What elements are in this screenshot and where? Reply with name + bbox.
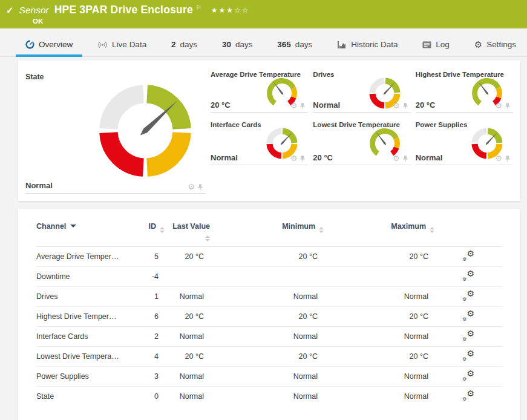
channel-row-drives: Drives1NormalNormalNormal⚙⚙ [36, 287, 502, 307]
cell-maximum: 20 °C [324, 347, 434, 367]
tab-2-days[interactable]: 2days [162, 36, 207, 57]
col-label: ID [149, 222, 157, 231]
tab-number: 30 [222, 40, 231, 49]
channel-settings-button[interactable]: ⚙⚙ [462, 251, 474, 261]
cell-id: -4 [139, 267, 165, 287]
page-title: HPE 3PAR Drive Enclosure [54, 4, 193, 16]
cell-minimum: Normal [210, 367, 324, 387]
cell-channel: Power Supplies [36, 367, 139, 387]
small-gear-icon: ⚙ [462, 377, 466, 382]
cell-minimum [210, 267, 324, 287]
cell-last-value: 20 °C [165, 347, 210, 367]
cell-last-value: Normal [165, 327, 210, 347]
col-header-last-value[interactable]: Last Value [165, 222, 210, 247]
cell-actions: ⚙⚙ [434, 347, 502, 367]
gauge-settings-gear-icon[interactable]: ⚙ [495, 102, 502, 110]
cell-id: 6 [139, 307, 165, 327]
col-header-id[interactable]: ID [139, 222, 165, 247]
channel-row-downtime: Downtime-4⚙⚙ [36, 267, 502, 287]
channel-settings-button[interactable]: ⚙⚙ [462, 350, 474, 361]
tab-log[interactable]: Log [413, 36, 459, 57]
tab-365-days[interactable]: 365days [267, 36, 322, 57]
channels-panel: ChannelIDLast ValueMinimumMaximum Averag… [18, 209, 520, 420]
cell-maximum: 20 °C [324, 307, 434, 327]
flag-icon[interactable]: ⚐ [196, 4, 201, 11]
big-gear-icon: ⚙ [466, 309, 474, 318]
gauge-settings-gear-icon[interactable]: ⚙ [290, 154, 298, 162]
col-label: Channel [36, 222, 66, 231]
cell-maximum: Normal [324, 327, 434, 347]
cell-channel: Lowest Drive Tempera… [36, 347, 139, 367]
cell-actions: ⚙⚙ [434, 267, 502, 287]
col-header-channel[interactable]: Channel [36, 222, 139, 247]
gauge-value: Normal [313, 100, 340, 110]
small-gear-icon: ⚙ [462, 317, 466, 322]
stars-empty[interactable]: ☆☆ [234, 6, 250, 15]
pin-icon[interactable] [505, 102, 511, 110]
pin-icon[interactable] [197, 183, 203, 191]
channel-settings-button[interactable]: ⚙⚙ [462, 310, 474, 321]
cell-actions: ⚙⚙ [434, 247, 502, 267]
cell-maximum: Normal [324, 287, 434, 307]
tab-historic-data[interactable]: Historic Data [327, 36, 407, 57]
tab-label: Live Data [112, 40, 146, 49]
broadcast-icon [97, 41, 108, 49]
channel-settings-button[interactable]: ⚙⚙ [462, 370, 474, 381]
channel-settings-button[interactable]: ⚙⚙ [462, 330, 474, 341]
small-gear-icon: ⚙ [462, 397, 466, 402]
cell-channel: Average Drive Temper… [36, 247, 139, 267]
gauge-cell-power-supplies: Power SuppliesNormal⚙ [416, 118, 513, 165]
tab-settings[interactable]: ⚙Settings [465, 36, 526, 57]
gauge-value: Normal [25, 181, 53, 190]
tab-bar: OverviewLive Data2days30days365daysHisto… [0, 36, 527, 57]
gauge-settings-gear-icon[interactable]: ⚙ [188, 183, 195, 191]
priority-stars[interactable]: ★★★☆☆ [211, 6, 250, 15]
cell-minimum: 20 °C [210, 347, 324, 367]
log-icon [422, 41, 431, 48]
tab-label: days [180, 40, 198, 49]
tab-overview[interactable]: Overview [16, 36, 82, 57]
tab-label: Settings [486, 40, 516, 49]
pin-icon[interactable] [300, 102, 306, 110]
channel-settings-button[interactable]: ⚙⚙ [462, 290, 474, 301]
cell-last-value: Normal [165, 367, 210, 387]
cell-last-value: 20 °C [165, 247, 210, 267]
tab-number: 2 [171, 40, 176, 49]
col-label: Minimum [282, 222, 315, 231]
cell-actions: ⚙⚙ [434, 287, 502, 307]
cell-minimum: 20 °C [210, 307, 324, 327]
pin-icon[interactable] [300, 155, 306, 162]
gauge-cell-interface-cards: Interface CardsNormal⚙ [211, 118, 308, 165]
col-header-minimum[interactable]: Minimum [210, 222, 324, 247]
gauge-value: Normal [416, 153, 443, 162]
tab-30-days[interactable]: 30days [212, 36, 263, 57]
gauge-cell-lowest-drive-temperature: Lowest Drive Temperature20 °C⚙ [313, 118, 410, 165]
col-header-maximum[interactable]: Maximum [324, 222, 434, 247]
sort-icon [205, 235, 210, 241]
gauge-value: 20 °C [211, 100, 231, 110]
big-gear-icon: ⚙ [466, 349, 474, 358]
small-gear-icon: ⚙ [462, 297, 466, 302]
gauge-value: 20 °C [313, 153, 333, 162]
big-gear-icon: ⚙ [466, 289, 474, 298]
stars-filled[interactable]: ★★★ [211, 6, 234, 15]
tab-label: Log [436, 40, 450, 49]
tab-live-data[interactable]: Live Data [88, 36, 156, 57]
status-badge: OK [33, 18, 521, 25]
cell-channel: Highest Drive Temper… [36, 307, 139, 327]
cell-last-value [165, 267, 210, 287]
pin-icon[interactable] [505, 155, 511, 162]
small-gear-icon: ⚙ [462, 337, 466, 342]
sensor-header: ✓ Sensor HPE 3PAR Drive Enclosure ⚐ ★★★☆… [0, 0, 527, 28]
pin-icon[interactable] [402, 102, 408, 110]
gauge-settings-gear-icon[interactable]: ⚙ [393, 154, 400, 162]
gauge-cell-drives: DrivesNormal⚙ [313, 68, 410, 113]
gauge-cell-state: State Normal ⚙ [25, 68, 206, 194]
channel-settings-button[interactable]: ⚙⚙ [462, 390, 474, 401]
channel-settings-button[interactable]: ⚙⚙ [462, 271, 474, 281]
pin-icon[interactable] [402, 155, 408, 162]
gauge-settings-gear-icon[interactable]: ⚙ [290, 102, 298, 110]
cell-actions: ⚙⚙ [434, 387, 502, 407]
gauge-settings-gear-icon[interactable]: ⚙ [495, 154, 502, 162]
gauge-settings-gear-icon[interactable]: ⚙ [393, 102, 400, 110]
